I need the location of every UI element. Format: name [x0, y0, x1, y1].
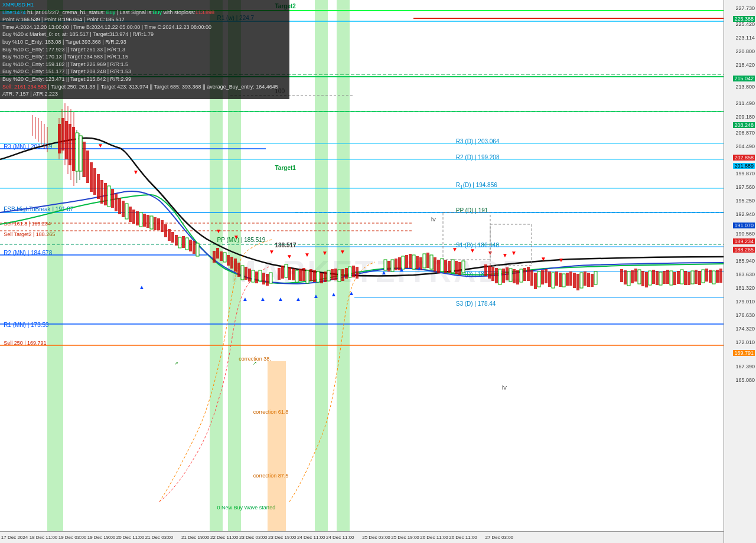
svg-rect-137: [451, 260, 454, 273]
svg-rect-52: [107, 186, 110, 207]
header-buy1: Buy %20 ≤ Market_0: or, at: 185.517 | Ta…: [2, 31, 287, 38]
svg-rect-148: [509, 269, 512, 282]
svg-text:↗: ↗: [174, 361, 178, 366]
time-23dec-19: 23 Dec 19:00: [268, 535, 296, 540]
svg-rect-63: [146, 215, 149, 228]
svg-rect-154: [530, 270, 533, 286]
svg-rect-104: [309, 269, 312, 281]
svg-rect-171: [591, 274, 594, 287]
svg-text:▼: ▼: [452, 246, 458, 253]
price-206: 206.870: [735, 130, 755, 136]
svg-rect-83: [230, 257, 233, 269]
svg-rect-80: [220, 251, 223, 261]
svg-text:▼: ▼: [502, 252, 508, 259]
svg-text:↗: ↗: [253, 361, 257, 366]
svg-rect-131: [430, 255, 433, 269]
svg-rect-73: [182, 236, 185, 248]
price-167: 167.390: [735, 364, 755, 369]
svg-rect-125: [409, 254, 412, 268]
time-24dec-11: 24 Dec 11:00: [297, 535, 325, 540]
chart-container: MARKETZITRADE: [0, 0, 756, 543]
svg-rect-177: [634, 269, 637, 282]
time-21dec-19: 21 Dec 19:00: [181, 535, 210, 540]
svg-rect-168: [580, 273, 583, 288]
svg-rect-191: [684, 271, 687, 285]
svg-rect-117: [356, 267, 359, 279]
svg-rect-159: [548, 272, 551, 287]
svg-rect-121: [395, 259, 397, 270]
svg-rect-75: [189, 240, 192, 251]
svg-rect-164: [566, 273, 569, 286]
svg-rect-70: [171, 232, 174, 243]
svg-rect-74: [185, 238, 188, 250]
svg-rect-150: [516, 270, 519, 284]
svg-text:▼: ▼: [340, 248, 346, 255]
time-22dec: 22 Dec 11:00: [210, 535, 239, 540]
svg-rect-96: [281, 266, 284, 279]
svg-text:▼: ▼: [97, 142, 103, 149]
price-176: 176.630: [735, 312, 755, 318]
svg-rect-97: [285, 264, 288, 277]
header-symbol: XMRUSD.H1: [2, 1, 287, 9]
svg-rect-58: [129, 207, 132, 222]
svg-rect-64: [150, 216, 153, 229]
svg-rect-139: [458, 262, 461, 275]
info-panel: XMRUSD.H1 Line:1474 h1.jar.00/22/7_crema…: [0, 0, 289, 99]
svg-rect-160: [552, 273, 555, 288]
svg-rect-102: [302, 268, 305, 281]
svg-rect-86: [241, 266, 244, 280]
time-26dec-11b: 26 Dec 11:00: [449, 535, 477, 540]
svg-text:▲: ▲: [242, 296, 248, 302]
svg-rect-162: [559, 273, 562, 287]
svg-rect-119: [387, 261, 390, 272]
svg-rect-94: [269, 273, 272, 283]
svg-rect-49: [97, 174, 100, 199]
svg-rect-167: [576, 274, 579, 290]
time-24dec-11b: 24 Dec 11:00: [326, 535, 354, 540]
svg-rect-178: [638, 270, 641, 284]
svg-rect-197: [705, 269, 708, 282]
price-181: 181.320: [735, 285, 755, 291]
price-191-blue: 191.070: [733, 223, 755, 228]
svg-rect-38: [58, 124, 61, 153]
price-189-red: 189.234: [733, 238, 755, 244]
svg-text:▼: ▼: [233, 234, 239, 240]
svg-rect-188: [673, 272, 676, 285]
svg-rect-194: [695, 270, 698, 284]
price-208-green: 208.248: [733, 122, 755, 128]
price-179: 179.010: [735, 299, 755, 305]
svg-text:lV: lV: [502, 385, 507, 391]
svg-rect-41: [69, 124, 71, 165]
svg-rect-147: [506, 267, 509, 280]
svg-rect-60: [136, 211, 139, 225]
header-buy7: Buy %20 C_Enty: 123.471 || Target:215.84…: [2, 76, 287, 83]
price-195: 195.250: [735, 198, 755, 204]
svg-text:▲: ▲: [278, 296, 284, 302]
price-183: 183.630: [735, 272, 755, 277]
price-185: 185.940: [735, 258, 755, 264]
svg-rect-68: [164, 224, 167, 237]
svg-rect-101: [299, 269, 302, 281]
time-20dec: 20 Dec 11:00: [116, 535, 145, 540]
svg-rect-143: [491, 267, 494, 281]
svg-rect-176: [631, 270, 634, 283]
svg-rect-44: [79, 136, 82, 171]
price-190: 190.560: [735, 231, 755, 237]
svg-rect-166: [573, 273, 576, 288]
time-19dec-19: 19 Dec 19:00: [87, 535, 116, 540]
svg-rect-77: [196, 243, 199, 256]
svg-rect-53: [111, 189, 114, 208]
svg-rect-45: [83, 142, 86, 177]
svg-rect-169: [584, 272, 586, 286]
header-buy5: Buy %10 C_Enty: 159.182 || Target:226.96…: [2, 61, 287, 68]
svg-rect-153: [527, 267, 530, 281]
svg-text:▼: ▼: [540, 256, 546, 262]
price-223: 223.114: [735, 35, 755, 41]
svg-rect-157: [541, 270, 544, 284]
svg-rect-98: [288, 267, 291, 280]
svg-rect-46: [86, 151, 89, 183]
svg-rect-142: [488, 266, 491, 279]
svg-text:▲: ▲: [260, 296, 266, 302]
price-227: 227.730: [735, 5, 755, 11]
svg-rect-62: [143, 214, 146, 227]
